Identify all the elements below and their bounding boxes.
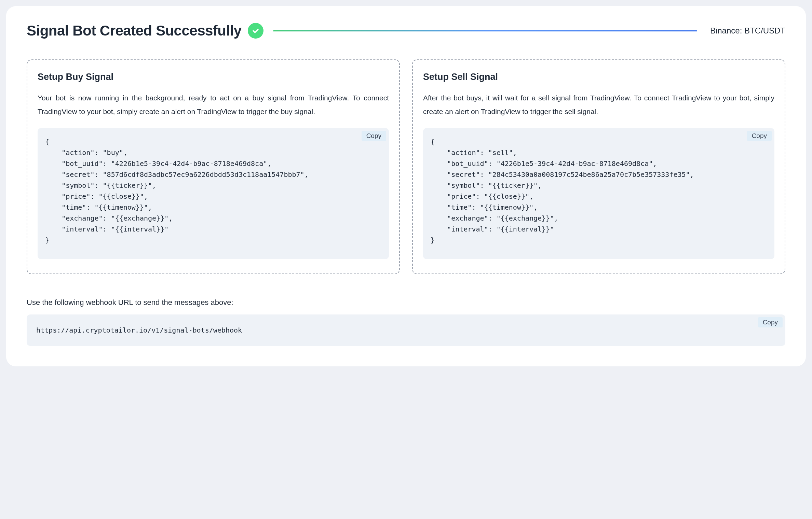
webhook-url-card: Copy https://api.cryptotailor.io/v1/sign… <box>27 314 785 346</box>
webhook-url-text[interactable]: https://api.cryptotailor.io/v1/signal-bo… <box>36 326 776 334</box>
buy-panel-title: Setup Buy Signal <box>38 72 389 82</box>
copy-webhook-url-button[interactable]: Copy <box>758 317 783 327</box>
sell-payload-card: Copy { "action": "sell", "bot_uuid": "42… <box>423 128 774 259</box>
copy-sell-payload-button[interactable]: Copy <box>747 131 772 141</box>
exchange-pair-label: Binance: BTC/USDT <box>710 26 785 36</box>
sell-payload-code[interactable]: { "action": "sell", "bot_uuid": "4226b1e… <box>431 136 767 252</box>
buy-payload-code[interactable]: { "action": "buy", "bot_uuid": "4226b1e5… <box>45 136 381 252</box>
success-check-icon <box>248 23 263 39</box>
sell-panel-title: Setup Sell Signal <box>423 72 774 82</box>
buy-payload-card: Copy { "action": "buy", "bot_uuid": "422… <box>38 128 389 259</box>
header-row: Signal Bot Created Successfully Binance:… <box>27 23 785 39</box>
sell-panel-description: After the bot buys, it will wait for a s… <box>423 91 774 118</box>
webhook-instruction: Use the following webhook URL to send th… <box>27 298 785 307</box>
signal-panels: Setup Buy Signal Your bot is now running… <box>27 59 785 274</box>
buy-signal-panel: Setup Buy Signal Your bot is now running… <box>27 59 400 274</box>
copy-buy-payload-button[interactable]: Copy <box>362 131 386 141</box>
gradient-divider <box>273 30 697 31</box>
buy-panel-description: Your bot is now running in the backgroun… <box>38 91 389 118</box>
page-title: Signal Bot Created Successfully <box>27 23 242 39</box>
main-card: Signal Bot Created Successfully Binance:… <box>6 6 806 366</box>
webhook-section: Use the following webhook URL to send th… <box>27 298 785 346</box>
sell-signal-panel: Setup Sell Signal After the bot buys, it… <box>412 59 785 274</box>
